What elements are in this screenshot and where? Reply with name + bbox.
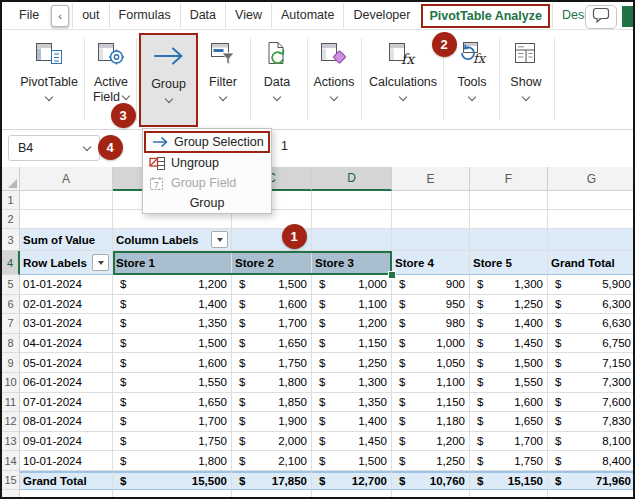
row-header-13[interactable]: 13 bbox=[2, 432, 20, 452]
value-cell[interactable]: $950 bbox=[392, 295, 470, 315]
ribbon-button-show[interactable]: Show bbox=[501, 33, 551, 125]
value-cell[interactable]: $1,400 bbox=[312, 412, 392, 432]
row-header-8[interactable]: 8 bbox=[2, 334, 20, 354]
value-cell[interactable]: $1,100 bbox=[392, 373, 470, 393]
row-header-partial[interactable] bbox=[2, 490, 20, 498]
value-cell[interactable]: $1,450 bbox=[470, 334, 548, 354]
empty-cell[interactable] bbox=[392, 490, 470, 498]
tab-scroll-left-icon[interactable]: ‹ bbox=[51, 5, 69, 27]
ribbon-tab-out[interactable]: out bbox=[72, 3, 108, 28]
ribbon-button-pivottable[interactable]: PivotTable bbox=[12, 33, 86, 125]
value-cell[interactable]: $7,830 bbox=[548, 412, 635, 432]
date-cell[interactable]: 04-01-2024 bbox=[20, 334, 113, 354]
value-cell[interactable]: $1,250 bbox=[312, 353, 392, 373]
empty-cell[interactable] bbox=[312, 490, 392, 498]
row-header-7[interactable]: 7 bbox=[2, 314, 20, 334]
value-cell[interactable]: $1,500 bbox=[232, 275, 312, 295]
value-cell[interactable]: $1,600 bbox=[113, 353, 232, 373]
formula-bar-text[interactable]: 1 bbox=[281, 139, 288, 153]
value-cell[interactable]: $1,550 bbox=[113, 373, 232, 393]
row-header-4[interactable]: 4 bbox=[2, 251, 20, 275]
row-header-1[interactable]: 1 bbox=[2, 191, 20, 210]
value-cell[interactable]: $900 bbox=[392, 275, 470, 295]
grand-total-value-cell[interactable]: $12,700 bbox=[312, 471, 392, 490]
column-header-G[interactable]: G bbox=[548, 167, 635, 191]
value-cell[interactable]: $1,600 bbox=[470, 393, 548, 413]
ribbon-button-calculations[interactable]: fxCalculations bbox=[363, 33, 443, 125]
menu-item-group-selection[interactable]: Group Selection bbox=[144, 131, 270, 153]
value-cell[interactable]: $1,800 bbox=[113, 451, 232, 471]
value-cell[interactable]: $1,700 bbox=[113, 412, 232, 432]
pivot-header-cell[interactable]: Grand Total bbox=[548, 251, 635, 275]
value-cell[interactable]: $6,630 bbox=[548, 314, 635, 334]
value-cell[interactable]: $1,000 bbox=[312, 275, 392, 295]
date-cell[interactable]: 09-01-2024 bbox=[20, 432, 113, 452]
empty-cell[interactable] bbox=[20, 490, 113, 498]
date-cell[interactable]: 06-01-2024 bbox=[20, 373, 113, 393]
ribbon-tab-developer[interactable]: Developer bbox=[343, 3, 419, 28]
value-cell[interactable]: $1,850 bbox=[232, 393, 312, 413]
value-cell[interactable]: $1,700 bbox=[232, 314, 312, 334]
ribbon-tab-pivottable-analyze[interactable]: PivotTable Analyze bbox=[421, 4, 550, 28]
value-cell[interactable]: $1,700 bbox=[470, 432, 548, 452]
value-cell[interactable]: $1,900 bbox=[232, 412, 312, 432]
empty-cell[interactable] bbox=[470, 191, 548, 210]
value-cell[interactable]: $1,250 bbox=[392, 451, 470, 471]
value-cell[interactable]: $1,300 bbox=[312, 373, 392, 393]
ribbon-tab-automate[interactable]: Automate bbox=[271, 3, 344, 28]
ribbon-tab-view[interactable]: View bbox=[225, 3, 271, 28]
value-cell[interactable]: $1,200 bbox=[113, 275, 232, 295]
value-cell[interactable]: $8,400 bbox=[548, 451, 635, 471]
empty-cell[interactable] bbox=[548, 490, 635, 498]
empty-cell[interactable] bbox=[548, 191, 635, 210]
grand-total-label-cell[interactable]: Grand Total bbox=[20, 471, 113, 490]
fill-handle[interactable] bbox=[388, 271, 396, 279]
menu-item-ungroup[interactable]: Ungroup bbox=[143, 153, 271, 173]
value-cell[interactable]: $1,550 bbox=[470, 373, 548, 393]
empty-cell[interactable] bbox=[232, 490, 312, 498]
row-header-14[interactable]: 14 bbox=[2, 451, 20, 471]
row-header-3[interactable]: 3 bbox=[2, 229, 20, 251]
value-cell[interactable]: $1,350 bbox=[312, 393, 392, 413]
row-header-6[interactable]: 6 bbox=[2, 295, 20, 315]
value-cell[interactable]: $1,350 bbox=[113, 314, 232, 334]
pivot-header-cell[interactable]: Store 1 bbox=[113, 251, 232, 275]
empty-cell[interactable] bbox=[470, 210, 548, 229]
value-cell[interactable]: $2,100 bbox=[232, 451, 312, 471]
row-header-12[interactable]: 12 bbox=[2, 412, 20, 432]
value-cell[interactable]: $2,000 bbox=[232, 432, 312, 452]
value-cell[interactable]: $1,500 bbox=[470, 353, 548, 373]
pivot-header-cell[interactable]: Store 3 bbox=[312, 251, 392, 275]
date-cell[interactable]: 02-01-2024 bbox=[20, 295, 113, 315]
value-cell[interactable]: $1,050 bbox=[392, 353, 470, 373]
value-cell[interactable]: $1,100 bbox=[312, 295, 392, 315]
value-cell[interactable]: $1,250 bbox=[470, 295, 548, 315]
value-cell[interactable]: $1,650 bbox=[470, 412, 548, 432]
ribbon-button-data[interactable]: Data bbox=[252, 33, 302, 125]
value-cell[interactable]: $1,650 bbox=[232, 334, 312, 354]
share-button-fragment[interactable] bbox=[622, 6, 633, 27]
row-header-5[interactable]: 5 bbox=[2, 275, 20, 295]
value-cell[interactable]: $1,150 bbox=[392, 393, 470, 413]
comments-button[interactable] bbox=[585, 5, 617, 29]
value-cell[interactable]: $7,300 bbox=[548, 373, 635, 393]
value-cell[interactable]: $1,300 bbox=[470, 275, 548, 295]
filter-dropdown-button[interactable] bbox=[92, 254, 109, 271]
value-cell[interactable]: $1,450 bbox=[312, 432, 392, 452]
value-cell[interactable]: $7,150 bbox=[548, 353, 635, 373]
value-cell[interactable]: $7,600 bbox=[548, 393, 635, 413]
pivot-header-cell[interactable]: Store 2 bbox=[232, 251, 312, 275]
pivot-cell[interactable] bbox=[548, 229, 635, 251]
name-box[interactable]: B4 bbox=[8, 135, 100, 161]
value-cell[interactable]: $1,750 bbox=[232, 353, 312, 373]
empty-cell[interactable] bbox=[548, 210, 635, 229]
row-header-9[interactable]: 9 bbox=[2, 353, 20, 373]
value-cell[interactable]: $8,100 bbox=[548, 432, 635, 452]
column-header-F[interactable]: F bbox=[470, 167, 548, 191]
value-cell[interactable]: $1,180 bbox=[392, 412, 470, 432]
value-cell[interactable]: $6,300 bbox=[548, 295, 635, 315]
value-cell[interactable]: $1,200 bbox=[392, 432, 470, 452]
grand-total-value-cell[interactable]: $10,760 bbox=[392, 471, 470, 490]
pivot-header-cell[interactable]: Store 5 bbox=[470, 251, 548, 275]
row-header-15[interactable]: 15 bbox=[2, 471, 20, 490]
